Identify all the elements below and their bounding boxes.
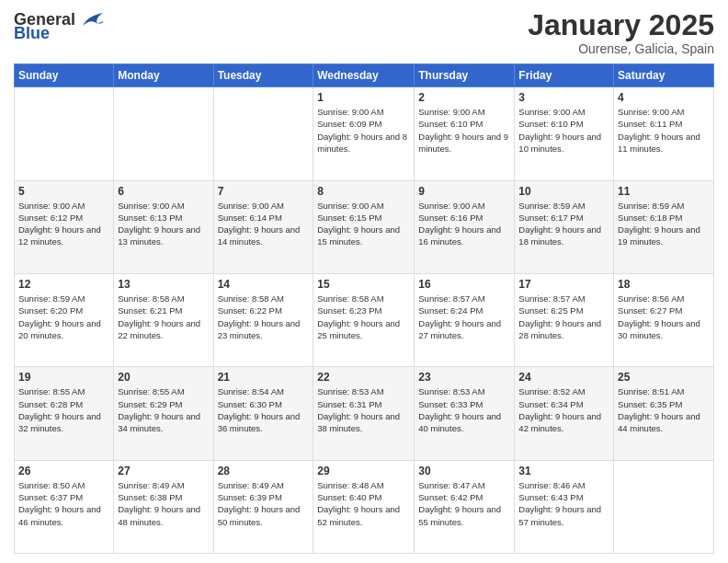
day-number: 24 [518,371,609,384]
calendar-week-row: 12Sunrise: 8:59 AM Sunset: 6:20 PM Dayli… [15,273,714,366]
calendar-cell: 5Sunrise: 9:00 AM Sunset: 6:12 PM Daylig… [15,180,114,273]
day-number: 13 [118,278,209,291]
day-number: 20 [118,371,209,384]
day-info: Sunrise: 9:00 AM Sunset: 6:15 PM Dayligh… [317,200,410,248]
calendar-cell: 27Sunrise: 8:49 AM Sunset: 6:38 PM Dayli… [114,460,213,553]
calendar-cell: 31Sunrise: 8:46 AM Sunset: 6:43 PM Dayli… [515,460,614,553]
calendar-cell: 30Sunrise: 8:47 AM Sunset: 6:42 PM Dayli… [415,460,515,553]
calendar-cell: 24Sunrise: 8:52 AM Sunset: 6:34 PM Dayli… [515,367,614,460]
logo-bird-icon [79,9,105,29]
day-number: 6 [118,185,209,198]
day-number: 9 [418,185,510,198]
calendar-cell: 15Sunrise: 8:58 AM Sunset: 6:23 PM Dayli… [313,273,415,366]
day-number: 11 [618,185,710,198]
day-number: 23 [418,371,510,384]
day-info: Sunrise: 8:58 AM Sunset: 6:22 PM Dayligh… [218,293,310,341]
calendar-cell: 4Sunrise: 9:00 AM Sunset: 6:11 PM Daylig… [614,87,714,180]
day-info: Sunrise: 9:00 AM Sunset: 6:13 PM Dayligh… [118,200,209,248]
weekday-header: Tuesday [213,64,313,87]
day-number: 12 [18,278,109,291]
day-info: Sunrise: 8:49 AM Sunset: 6:38 PM Dayligh… [118,479,209,528]
weekday-header: Friday [515,64,614,87]
calendar-body: 1Sunrise: 9:00 AM Sunset: 6:09 PM Daylig… [15,87,714,554]
day-info: Sunrise: 8:50 AM Sunset: 6:37 PM Dayligh… [18,479,109,528]
day-number: 5 [18,185,109,198]
calendar-cell: 21Sunrise: 8:54 AM Sunset: 6:30 PM Dayli… [213,367,313,460]
calendar-cell: 8Sunrise: 9:00 AM Sunset: 6:15 PM Daylig… [313,180,415,273]
day-number: 26 [18,465,109,477]
calendar-cell: 9Sunrise: 9:00 AM Sunset: 6:16 PM Daylig… [415,180,515,273]
day-info: Sunrise: 8:54 AM Sunset: 6:30 PM Dayligh… [218,385,310,434]
calendar-week-row: 1Sunrise: 9:00 AM Sunset: 6:09 PM Daylig… [15,87,714,180]
day-info: Sunrise: 9:00 AM Sunset: 6:10 PM Dayligh… [518,106,609,155]
day-info: Sunrise: 8:51 AM Sunset: 6:35 PM Dayligh… [618,385,710,434]
calendar-cell: 6Sunrise: 9:00 AM Sunset: 6:13 PM Daylig… [114,180,213,273]
calendar-cell: 25Sunrise: 8:51 AM Sunset: 6:35 PM Dayli… [614,367,714,460]
day-info: Sunrise: 8:49 AM Sunset: 6:39 PM Dayligh… [218,479,310,528]
day-number: 7 [218,185,310,198]
day-number: 3 [518,91,609,104]
day-number: 16 [418,278,510,291]
day-number: 2 [418,91,510,104]
calendar-cell [15,87,114,180]
day-info: Sunrise: 8:46 AM Sunset: 6:43 PM Dayligh… [518,479,609,528]
calendar-cell [213,87,313,180]
day-info: Sunrise: 9:00 AM Sunset: 6:09 PM Dayligh… [317,106,410,155]
day-info: Sunrise: 8:55 AM Sunset: 6:29 PM Dayligh… [118,385,209,434]
calendar-cell: 14Sunrise: 8:58 AM Sunset: 6:22 PM Dayli… [213,273,313,366]
day-number: 10 [518,185,609,198]
calendar-cell: 18Sunrise: 8:56 AM Sunset: 6:27 PM Dayli… [614,273,714,366]
day-number: 17 [518,278,609,291]
day-info: Sunrise: 9:00 AM Sunset: 6:16 PM Dayligh… [418,200,510,248]
day-info: Sunrise: 8:53 AM Sunset: 6:33 PM Dayligh… [418,385,510,434]
calendar-cell: 10Sunrise: 8:59 AM Sunset: 6:17 PM Dayli… [515,180,614,273]
weekday-header: Wednesday [313,64,415,87]
day-number: 31 [518,465,609,477]
day-info: Sunrise: 8:58 AM Sunset: 6:21 PM Dayligh… [118,293,209,341]
day-info: Sunrise: 8:56 AM Sunset: 6:27 PM Dayligh… [618,293,710,341]
day-number: 15 [317,278,410,291]
day-info: Sunrise: 9:00 AM Sunset: 6:12 PM Dayligh… [18,200,109,248]
calendar-cell [614,460,714,553]
calendar-cell: 19Sunrise: 8:55 AM Sunset: 6:28 PM Dayli… [15,367,114,460]
calendar-cell: 2Sunrise: 9:00 AM Sunset: 6:10 PM Daylig… [415,87,515,180]
day-number: 1 [317,91,410,104]
day-info: Sunrise: 8:55 AM Sunset: 6:28 PM Dayligh… [18,385,109,434]
calendar-cell: 23Sunrise: 8:53 AM Sunset: 6:33 PM Dayli… [415,367,515,460]
calendar-cell: 12Sunrise: 8:59 AM Sunset: 6:20 PM Dayli… [15,273,114,366]
day-number: 8 [317,185,410,198]
weekday-header: Thursday [415,64,515,87]
logo-area: General Blue [14,9,105,43]
calendar-cell: 13Sunrise: 8:58 AM Sunset: 6:21 PM Dayli… [114,273,213,366]
day-number: 21 [218,371,310,384]
calendar-cell: 1Sunrise: 9:00 AM Sunset: 6:09 PM Daylig… [313,87,415,180]
calendar-cell: 3Sunrise: 9:00 AM Sunset: 6:10 PM Daylig… [515,87,614,180]
calendar-week-row: 19Sunrise: 8:55 AM Sunset: 6:28 PM Dayli… [15,367,714,460]
day-info: Sunrise: 8:59 AM Sunset: 6:20 PM Dayligh… [18,293,109,341]
calendar-cell: 16Sunrise: 8:57 AM Sunset: 6:24 PM Dayli… [415,273,515,366]
day-info: Sunrise: 8:53 AM Sunset: 6:31 PM Dayligh… [317,385,410,434]
day-info: Sunrise: 8:59 AM Sunset: 6:18 PM Dayligh… [618,200,710,248]
calendar-cell: 26Sunrise: 8:50 AM Sunset: 6:37 PM Dayli… [15,460,114,553]
calendar-cell: 29Sunrise: 8:48 AM Sunset: 6:40 PM Dayli… [313,460,415,553]
calendar-week-row: 26Sunrise: 8:50 AM Sunset: 6:37 PM Dayli… [15,460,714,553]
day-number: 28 [218,465,310,477]
weekday-row: SundayMondayTuesdayWednesdayThursdayFrid… [15,64,714,87]
day-info: Sunrise: 9:00 AM Sunset: 6:10 PM Dayligh… [418,106,510,155]
page: General Blue January 2025 Ourense, Galic… [0,0,728,563]
day-number: 30 [418,465,510,477]
day-info: Sunrise: 8:59 AM Sunset: 6:17 PM Dayligh… [518,200,609,248]
calendar-cell: 22Sunrise: 8:53 AM Sunset: 6:31 PM Dayli… [313,367,415,460]
title-area: January 2025 Ourense, Galicia, Spain [528,9,714,56]
day-number: 22 [317,371,410,384]
day-info: Sunrise: 8:48 AM Sunset: 6:40 PM Dayligh… [317,479,410,528]
day-info: Sunrise: 8:57 AM Sunset: 6:24 PM Dayligh… [418,293,510,341]
calendar-week-row: 5Sunrise: 9:00 AM Sunset: 6:12 PM Daylig… [15,180,714,273]
day-info: Sunrise: 9:00 AM Sunset: 6:11 PM Dayligh… [618,106,710,155]
location: Ourense, Galicia, Spain [528,41,714,56]
day-number: 18 [618,278,710,291]
day-number: 27 [118,465,209,477]
weekday-header: Monday [114,64,213,87]
calendar-cell: 28Sunrise: 8:49 AM Sunset: 6:39 PM Dayli… [213,460,313,553]
day-info: Sunrise: 9:00 AM Sunset: 6:14 PM Dayligh… [218,200,310,248]
